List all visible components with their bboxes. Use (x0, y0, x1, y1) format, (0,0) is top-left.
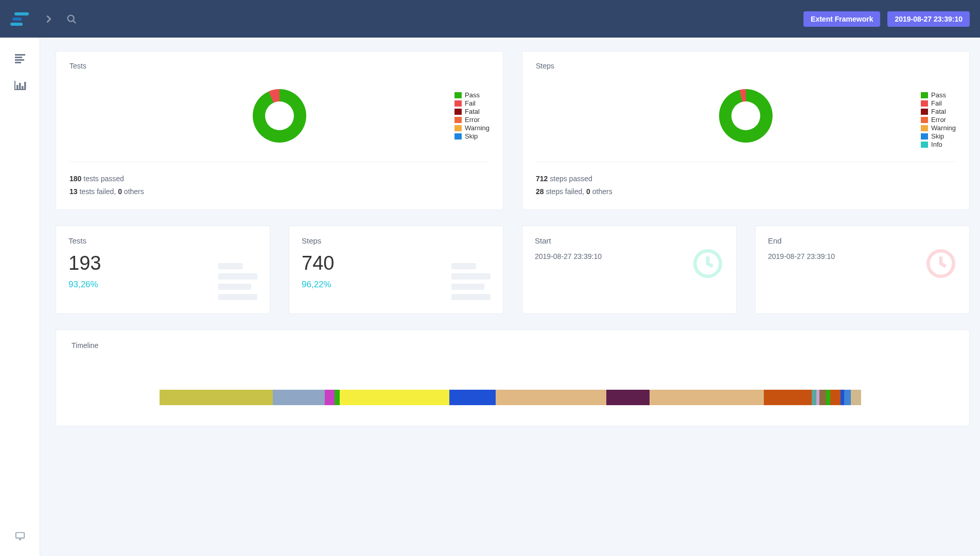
timeline-segment[interactable] (160, 390, 272, 405)
timeline-segment[interactable] (830, 390, 841, 405)
top-right: Extent Framework 2019-08-27 23:39:10 (803, 11, 970, 27)
layout: Tests PassFailFatalErrorWarningSkip 180 … (0, 38, 980, 556)
svg-rect-8 (16, 85, 19, 89)
legend-swatch (454, 125, 462, 131)
legend-item: Fail (454, 99, 489, 107)
monitor-icon[interactable] (15, 531, 25, 543)
steps-donut-title: Steps (536, 62, 956, 70)
legend-swatch (454, 109, 462, 115)
legend-label: Skip (465, 132, 478, 140)
legend-label: Pass (465, 91, 480, 99)
donut-row: Tests PassFailFatalErrorWarningSkip 180 … (56, 51, 970, 210)
svg-rect-2 (15, 54, 25, 56)
legend-item: Warning (921, 124, 956, 132)
legend-label: Fail (465, 99, 476, 107)
timeline-segment[interactable] (325, 390, 335, 405)
chevron-right-icon[interactable] (43, 13, 55, 25)
steps-passed-line: 712 steps passed (536, 172, 956, 185)
tests-donut-title: Tests (69, 62, 489, 70)
timeline-segment[interactable] (844, 390, 850, 405)
end-stat-title: End (768, 236, 957, 245)
legend-label: Skip (931, 132, 944, 140)
steps-donut-body: PassFailFatalErrorWarningSkipInfo (536, 77, 956, 154)
logo-line (12, 18, 22, 21)
timeline-segment[interactable] (812, 390, 816, 405)
timeline-segment[interactable] (816, 390, 820, 405)
svg-rect-5 (15, 62, 21, 63)
tests-donut-card: Tests PassFailFatalErrorWarningSkip 180 … (56, 51, 503, 210)
placeholder-lines (218, 263, 257, 300)
timeline-segment[interactable] (340, 390, 449, 405)
top-icons (43, 13, 77, 25)
legend-swatch (454, 133, 462, 140)
legend-swatch (921, 117, 928, 123)
start-stat-card: Start 2019-08-27 23:39:10 (522, 225, 737, 314)
legend-swatch (921, 133, 928, 140)
sidebar (0, 38, 40, 556)
legend-swatch (921, 125, 928, 131)
legend-label: Warning (465, 124, 489, 132)
timeline-segment[interactable] (764, 390, 812, 405)
timeline-segment[interactable] (819, 390, 826, 405)
legend-item: Error (921, 116, 956, 124)
tests-legend: PassFailFatalErrorWarningSkip (454, 91, 489, 141)
list-left-icon[interactable] (14, 53, 26, 66)
stats-row: Tests 193 93,26% Steps 740 96,22% Start … (56, 225, 970, 314)
search-icon[interactable] (66, 13, 77, 25)
svg-rect-3 (15, 57, 22, 58)
legend-item: Pass (921, 91, 956, 99)
framework-badge[interactable]: Extent Framework (803, 11, 880, 27)
legend-item: Fatal (921, 108, 956, 115)
legend-swatch (921, 142, 928, 148)
timestamp-badge[interactable]: 2019-08-27 23:39:10 (887, 11, 970, 27)
legend-label: Fatal (931, 108, 946, 115)
steps-legend: PassFailFatalErrorWarningSkipInfo (921, 91, 956, 149)
timeline-segment[interactable] (851, 390, 862, 405)
clock-icon (691, 247, 725, 283)
tests-donut-chart (253, 89, 306, 143)
timeline-segment[interactable] (650, 390, 764, 405)
logo-line (14, 12, 29, 15)
logo[interactable] (10, 12, 29, 26)
steps-stat-title: Steps (302, 236, 491, 245)
legend-swatch (454, 92, 462, 98)
legend-swatch (454, 117, 462, 123)
tests-stat-card: Tests 193 93,26% (56, 225, 270, 314)
start-stat-title: Start (535, 236, 724, 245)
timeline-chart (160, 390, 865, 405)
svg-rect-4 (15, 59, 24, 61)
legend-item: Skip (454, 132, 489, 140)
svg-rect-10 (22, 86, 24, 89)
legend-label: Warning (931, 124, 956, 132)
svg-rect-9 (19, 83, 21, 89)
legend-label: Info (931, 141, 942, 148)
steps-donut-card: Steps PassFailFatalErrorWarningSkipInfo … (522, 51, 970, 210)
timeline-segment[interactable] (496, 390, 606, 405)
topbar: Extent Framework 2019-08-27 23:39:10 (0, 0, 980, 38)
legend-swatch (921, 109, 928, 115)
steps-failed-line: 28 steps failed, 0 others (536, 185, 956, 198)
legend-item: Skip (921, 132, 956, 140)
legend-label: Error (931, 116, 946, 124)
legend-swatch (454, 100, 462, 107)
legend-item: Warning (454, 124, 489, 132)
tests-stat-title: Tests (68, 236, 257, 245)
steps-summary: 712 steps passed 28 steps failed, 0 othe… (536, 162, 956, 198)
legend-swatch (921, 100, 928, 107)
tests-summary: 180 tests passed 13 tests failed, 0 othe… (69, 162, 489, 198)
timeline-title: Timeline (72, 341, 954, 350)
svg-rect-6 (14, 81, 15, 90)
timeline-segment[interactable] (606, 390, 650, 405)
legend-label: Fail (931, 99, 942, 107)
bar-chart-icon[interactable] (14, 80, 26, 93)
placeholder-lines (451, 263, 491, 300)
end-stat-card: End 2019-08-27 23:39:10 (755, 225, 970, 314)
timeline-segment[interactable] (826, 390, 830, 405)
timeline-segment[interactable] (273, 390, 325, 405)
timeline-segment[interactable] (335, 390, 340, 405)
timeline-segment[interactable] (449, 390, 496, 405)
content: Tests PassFailFatalErrorWarningSkip 180 … (40, 38, 980, 556)
legend-item: Info (921, 141, 956, 148)
timeline-segment[interactable] (841, 390, 844, 405)
legend-item: Fail (921, 99, 956, 107)
